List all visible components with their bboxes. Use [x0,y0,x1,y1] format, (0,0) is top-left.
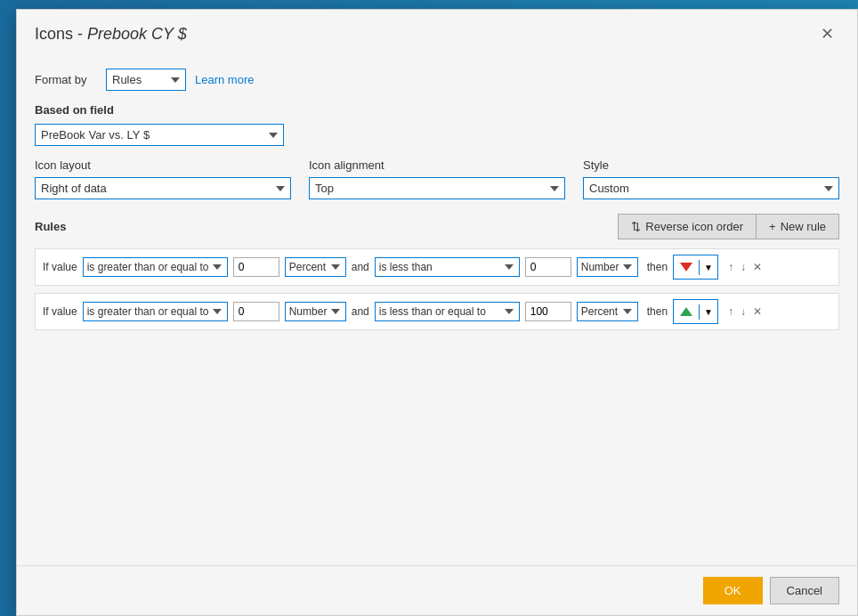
based-on-field-section: Based on field PreBook Var vs. LY $ [35,103,839,146]
layout-alignment-style-row: Icon layout Right of data Left of data A… [35,158,839,199]
icon-layout-select[interactable]: Right of data Left of data Above data Be… [35,177,291,199]
icon-alignment-label: Icon alignment [309,158,565,172]
icon-dropdown-btn-row1[interactable]: ▼ [699,260,717,275]
ok-button[interactable]: OK [703,577,763,604]
condition1-select-row1[interactable]: is greater than or equal to is greater t… [83,257,228,277]
rules-title: Rules [35,220,66,233]
based-on-field-select[interactable]: PreBook Var vs. LY $ [35,124,284,146]
and-label-1: and [352,261,369,273]
type1-select-row1[interactable]: Percent Number Value [285,257,346,277]
new-rule-button[interactable]: + New rule [757,214,839,239]
red-down-arrow-icon [680,263,692,272]
condition2-select-row1[interactable]: is less than is greater than or equal to… [375,257,520,277]
type2-select-row2[interactable]: Percent Number Value [577,302,638,321]
reverse-icon-order-button[interactable]: ⇅ Reverse icon order [618,214,757,239]
icon-selector-row1[interactable]: ▼ [673,255,718,280]
format-by-label: Format by [35,73,97,86]
then-label-1: then [647,261,668,273]
condition2-select-row2[interactable]: is less than or equal to is greater than… [375,302,520,321]
rules-header: Rules ⇅ Reverse icon order + New rule [35,214,839,239]
move-down-btn-row1[interactable]: ↓ [738,259,749,275]
learn-more-link[interactable]: Learn more [195,73,254,86]
value2-input-row2[interactable] [525,302,571,321]
row2-actions: ↑ ↓ ✕ [725,304,765,320]
rule-row-1: If value is greater than or equal to is … [35,248,839,286]
modal-body: Format by Rules Learn more Based on fiel… [17,54,857,352]
value2-input-row1[interactable] [525,257,571,277]
value1-input-row2[interactable] [233,302,279,321]
modal-header: Icons - Prebook CY $ ✕ [17,10,857,54]
if-value-label-2: If value [43,305,77,318]
icon-selector-row2[interactable]: ▼ [673,299,718,324]
move-up-btn-row1[interactable]: ↑ [725,259,736,275]
icon-dropdown-btn-row2[interactable]: ▼ [699,304,717,320]
move-up-btn-row2[interactable]: ↑ [725,304,736,320]
format-by-row: Format by Rules Learn more [35,69,839,91]
icon-preview-green-up [674,300,699,323]
if-value-label-1: If value [43,261,77,273]
icon-alignment-select[interactable]: Top Middle Bottom [309,177,565,199]
then-label-2: then [647,305,668,318]
delete-btn-row2[interactable]: ✕ [750,304,765,320]
icon-alignment-section: Icon alignment Top Middle Bottom [309,158,565,199]
value1-input-row1[interactable] [233,257,279,277]
format-by-select[interactable]: Rules [106,69,186,91]
modal-title: Icons - Prebook CY $ [35,25,187,44]
modal-footer: OK Cancel [17,565,857,615]
style-select[interactable]: Custom 3 Arrows (Colored) 3 Traffic Ligh… [583,177,839,199]
based-on-field-label: Based on field [35,103,839,117]
rules-section: Rules ⇅ Reverse icon order + New rule If… [35,214,839,330]
green-up-arrow-icon [680,307,692,316]
type1-select-row2[interactable]: Number Percent Value [285,302,346,321]
style-label: Style [583,158,839,172]
condition1-select-row2[interactable]: is greater than or equal to is greater t… [83,302,228,321]
plus-icon: + [769,220,776,233]
cancel-button[interactable]: Cancel [770,577,839,604]
modal-dialog: Icons - Prebook CY $ ✕ Format by Rules L… [16,9,858,616]
type2-select-row1[interactable]: Number Percent Value [577,257,638,277]
icon-layout-label: Icon layout [35,158,291,172]
row1-actions: ↑ ↓ ✕ [725,259,765,275]
rule-row-2: If value is greater than or equal to is … [35,293,839,330]
close-button[interactable]: ✕ [815,24,839,44]
move-down-btn-row2[interactable]: ↓ [738,304,749,320]
style-section: Style Custom 3 Arrows (Colored) 3 Traffi… [583,158,839,199]
reverse-icon: ⇅ [631,220,641,233]
delete-btn-row1[interactable]: ✕ [750,259,765,275]
icon-preview-red-down [674,255,699,279]
rules-buttons: ⇅ Reverse icon order + New rule [618,214,839,239]
icon-layout-section: Icon layout Right of data Left of data A… [35,158,291,199]
sidebar [0,0,16,616]
and-label-2: and [352,305,369,318]
